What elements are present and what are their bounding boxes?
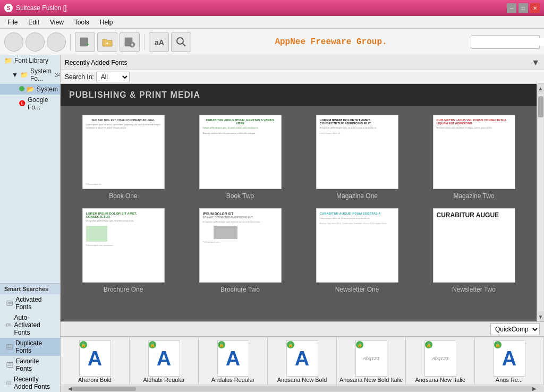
- list-icon-1: [6, 300, 13, 307]
- sidebar-favorite-fonts[interactable]: Favorite Fonts: [0, 356, 60, 374]
- sidebar-item-google-fonts[interactable]: 🅖 Google Fo...: [0, 95, 60, 113]
- sidebar-item-font-library[interactable]: 📁 Font Library: [0, 55, 60, 66]
- font-strip: A 🔒 Aharoni Bold A 🔒 Aldhabi Regular: [61, 336, 544, 392]
- quickcomp-bar: QuickComp: [61, 321, 544, 336]
- hscroll-thumb[interactable]: [72, 387, 136, 391]
- menu-file[interactable]: File: [2, 18, 23, 27]
- preview-card-newsletter-one[interactable]: CURABITUR AUGUE IPSUM EGESTAS A Lorem ip…: [299, 204, 415, 297]
- add-library-button[interactable]: +: [75, 32, 95, 52]
- preview-label-magazine-one: Magazine One: [336, 192, 378, 200]
- preview-grid: SED SED NISL EST, VITAE CONDIMENTUM URNA…: [61, 106, 537, 302]
- preview-main: PUBLISHING & PRINT MEDIA SED SED NISL ES…: [61, 84, 544, 321]
- svg-text:+: +: [86, 41, 89, 47]
- arrow-down-icon: ▼: [12, 71, 18, 79]
- preview-card-newsletter-two[interactable]: CURABITUR AUGUE Newsletter Two: [415, 204, 532, 297]
- font-card-angs-re[interactable]: A 🔒 Angs Re...: [475, 337, 544, 385]
- preview-card-brochure-one[interactable]: LOREM IPSUM DOLOR SIT AMET, CONSECTETUR …: [65, 204, 182, 297]
- font-strip-inner: A 🔒 Aharoni Bold A 🔒 Aldhabi Regular: [61, 337, 544, 385]
- brand-text: AppNee Freeware Group.: [193, 37, 469, 47]
- font-page-andalus: A 🔒: [217, 340, 249, 377]
- svg-line-8: [182, 43, 185, 46]
- font-icon-aharoni: A 🔒: [76, 340, 114, 374]
- preview-card-magazine-two[interactable]: DUIS MATTIS LACUS VEL PURUS CONSECTETUA …: [415, 110, 532, 204]
- hscroll-left-arrow[interactable]: ◀: [68, 386, 72, 391]
- sidebar-duplicate-fonts[interactable]: Duplicate Fonts: [0, 338, 60, 356]
- search-in-select[interactable]: All Name Style: [96, 72, 130, 82]
- font-card-angsana-italic[interactable]: Abg123 🔒 Angsana New Italic: [406, 337, 475, 385]
- font-card-angsana-bold-italic[interactable]: Abg123 🔒 Angsana New Bold Italic: [337, 337, 406, 385]
- preview-thumb-newsletter-one: CURABITUR AUGUE IPSUM EGESTAS A Lorem ip…: [316, 208, 398, 283]
- hscroll-track[interactable]: [72, 386, 532, 391]
- toolbar-btn-2[interactable]: [26, 32, 45, 52]
- preview-scrollbar[interactable]: ▲ ▼: [537, 84, 544, 321]
- preview-thumb-brochure-one: LOREM IPSUM DOLOR SIT AMET, CONSECTETUR …: [82, 208, 165, 283]
- sidebar-auto-activated-fonts[interactable]: Auto-Activated Fonts: [0, 312, 60, 338]
- font-name-angsana-italic: Angsana New Italic: [408, 377, 472, 382]
- font-page-aharoni: A 🔒: [79, 340, 111, 377]
- toolbar-btn-3[interactable]: [47, 32, 66, 52]
- new-folder-button[interactable]: +: [97, 32, 117, 52]
- font-name-andalus: Andalus Regular: [201, 377, 265, 382]
- preview-thumb-newsletter-two: CURABITUR AUGUE: [433, 208, 515, 283]
- font-name-aldhabi: Aldhabi Regular: [132, 377, 196, 382]
- font-icon-angsana-italic: Abg123 🔒: [422, 340, 459, 374]
- font-card-angsana-bold[interactable]: A 🔒 Angsana New Bold: [268, 337, 337, 385]
- search-font-button[interactable]: [171, 32, 191, 52]
- scroll-thumb[interactable]: [538, 96, 543, 117]
- preview-label-newsletter-one: Newsletter One: [335, 286, 379, 293]
- scroll-track[interactable]: [538, 94, 543, 311]
- menu-help[interactable]: Help: [95, 18, 118, 27]
- close-button[interactable]: ✕: [530, 3, 540, 13]
- preview-thumb-book-two: CURABITUR AUGUE IPSUM, EGESTAS A VARIUS …: [199, 115, 282, 189]
- scroll-down-arrow[interactable]: ▼: [537, 312, 544, 321]
- menu-view[interactable]: View: [45, 18, 69, 27]
- font-preview-button[interactable]: aA: [149, 32, 169, 52]
- scroll-up-arrow[interactable]: ▲: [537, 84, 544, 93]
- font-page-angsana-bold-italic: Abg123 🔒: [355, 340, 387, 377]
- duplicate-fonts-label: Duplicate Fonts: [15, 339, 54, 354]
- preview-card-book-one[interactable]: SED SED NISL EST, VITAE CONDIMENTUM URNA…: [65, 110, 182, 204]
- content-dropdown-button[interactable]: ▼: [531, 58, 540, 67]
- font-strip-scrollbar[interactable]: ◀ ▶: [61, 385, 544, 392]
- hscroll-right-arrow[interactable]: ▶: [532, 386, 537, 391]
- minimize-button[interactable]: ─: [507, 3, 516, 13]
- smart-searches-header: Smart Searches: [0, 283, 60, 294]
- content-area: Recently Added Fonts ▼ Search In: All Na…: [61, 55, 544, 392]
- font-letter-angsana-bold: A: [295, 347, 309, 370]
- font-card-andalus[interactable]: A 🔒 Andalus Regular: [199, 337, 268, 385]
- global-search-input[interactable]: [474, 38, 544, 46]
- content-topbar: Recently Added Fonts ▼: [61, 55, 544, 70]
- toolbar-btn-1[interactable]: [4, 32, 23, 52]
- preview-thumb-magazine-one: LOREM IPSUM DOLOR SIT AMET, CONSECTETUR …: [316, 115, 398, 189]
- menu-edit[interactable]: Edit: [23, 18, 45, 27]
- preview-card-brochure-two[interactable]: IPSUM DOLOR SIT SIT AMET, CONSECTETUR AD…: [182, 204, 299, 297]
- font-name-angsana-bold-italic: Angsana New Bold Italic: [339, 377, 403, 382]
- sidebar: 📁 Font Library ▼ 📁 System Fo... 343 📂 Sy…: [0, 55, 61, 392]
- preview-card-magazine-one[interactable]: LOREM IPSUM DOLOR SIT AMET, CONSECTETUR …: [299, 110, 415, 204]
- font-card-aldhabi[interactable]: A 🔒 Aldhabi Regular: [130, 337, 199, 385]
- list-icon-5: [6, 379, 11, 387]
- font-icon-andalus: A 🔒: [215, 340, 252, 374]
- maximize-button[interactable]: □: [518, 3, 528, 13]
- font-card-aharoni-bold[interactable]: A 🔒 Aharoni Bold: [61, 337, 130, 385]
- sidebar-recently-added-fonts[interactable]: Recently Added Fonts: [0, 374, 60, 392]
- window-controls: ─ □ ✕: [507, 3, 540, 13]
- title-bar: S Suitcase Fusion [] ─ □ ✕: [0, 0, 544, 16]
- svg-text:aA: aA: [155, 38, 164, 47]
- preview-section-header: PUBLISHING & PRINT MEDIA: [61, 84, 537, 106]
- content-title: Recently Added Fonts: [65, 59, 528, 66]
- quickcomp-select[interactable]: QuickComp: [490, 323, 540, 335]
- font-icon-angsana-bold: A 🔒: [284, 340, 321, 374]
- settings-button[interactable]: [120, 32, 140, 52]
- sidebar-item-system-fonts[interactable]: ▼ 📁 System Fo... 343: [0, 66, 60, 84]
- font-icon-angs-re: A 🔒: [491, 340, 528, 374]
- font-lock-aharoni: 🔒: [80, 341, 87, 348]
- sidebar-item-system[interactable]: 📂 System 343: [0, 84, 60, 95]
- sidebar-activated-fonts[interactable]: Activated Fonts: [0, 294, 60, 312]
- menu-tools[interactable]: Tools: [69, 18, 95, 27]
- preview-label-brochure-two: Brochure Two: [220, 286, 260, 293]
- preview-card-book-two[interactable]: CURABITUR AUGUE IPSUM, EGESTAS A VARIUS …: [182, 110, 299, 204]
- font-lock-angsana-italic: 🔒: [425, 341, 432, 348]
- global-search-box[interactable]: 🔍: [471, 35, 540, 49]
- preview-label-book-two: Book Two: [226, 192, 254, 200]
